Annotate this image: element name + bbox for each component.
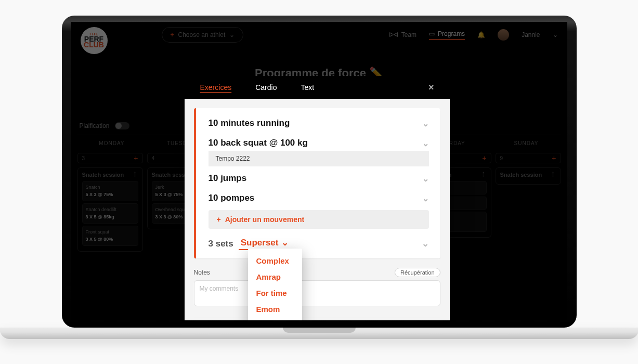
day-number: 9 xyxy=(500,155,503,161)
session-card[interactable]: Snatch session ⋮ xyxy=(496,167,561,185)
exercise-value: 3 X 5 @ 80% xyxy=(86,237,113,242)
exercise-title: 10 minutes running xyxy=(209,118,290,128)
add-movement-label: Ajouter un mouvement xyxy=(225,215,304,224)
modal-actions: 🗑 Delete 💾 Save xyxy=(194,318,440,320)
exercise-title: 10 pompes xyxy=(209,193,255,203)
calendar-icon: ▭ xyxy=(429,30,435,37)
add-session-icon[interactable]: + xyxy=(482,154,486,162)
modal-tabs: Exercices Cardio Text × xyxy=(185,76,450,99)
day-column: 9 + Snatch session ⋮ xyxy=(496,153,561,252)
add-movement-button[interactable]: + Ajouter un mouvement xyxy=(209,210,429,229)
day-number: 3 xyxy=(82,155,85,161)
exercise-row[interactable]: 10 pompes ⌄ xyxy=(209,188,429,208)
tab-text[interactable]: Text xyxy=(301,83,314,92)
sets-type-label: Superset xyxy=(241,238,279,248)
athlete-select-label: Choose an athlet xyxy=(178,31,226,38)
chevron-down-icon: ⌄ xyxy=(422,119,429,128)
day-header: 3 + xyxy=(77,153,143,163)
athlete-select[interactable]: + Choose an athlet ⌄ xyxy=(162,27,244,43)
add-session-icon[interactable]: + xyxy=(552,154,556,162)
exercise-name: Front squat xyxy=(86,229,135,236)
exercise-title: 10 jumps xyxy=(209,173,247,184)
chevron-down-icon: ⌄ xyxy=(229,31,235,38)
plus-icon: + xyxy=(171,31,174,38)
session-card[interactable]: Snatch session ⋮ Snatch 5 X 3 @ 75% Snat… xyxy=(77,167,143,252)
exercise-tile[interactable]: Snatch 5 X 3 @ 75% xyxy=(82,181,138,201)
dropdown-option[interactable]: Complex xyxy=(248,253,302,269)
tempo-chip[interactable]: Tempo 2222 xyxy=(209,151,429,166)
exercise-name: Snatch xyxy=(86,184,135,191)
tab-cardio[interactable]: Cardio xyxy=(255,83,277,92)
chevron-down-icon: ⌄ xyxy=(422,193,429,203)
top-nav: ᐅᐊ Team ▭ Programs 🔔 Jannie ⌄ xyxy=(389,29,558,41)
dropdown-option[interactable]: Amrap xyxy=(248,269,302,285)
chevron-down-icon: ⌄ xyxy=(422,138,429,148)
exercise-row[interactable]: 10 jumps ⌄ xyxy=(209,168,429,188)
nav-programs-label: Programs xyxy=(438,30,465,37)
nav-team-label: Team xyxy=(401,31,416,38)
exercise-value: 3 X 3 @ 80% xyxy=(155,214,183,219)
session-title: Snatch session xyxy=(500,172,542,178)
app-screen: THE PERF CLUB + Choose an athlet ⌄ ᐅᐊ Te… xyxy=(71,22,567,320)
laptop-bezel: THE PERF CLUB + Choose an athlet ⌄ ᐅᐊ Te… xyxy=(62,16,577,328)
exercise-name: Snatch deadlift xyxy=(86,206,135,214)
notes-area: Notes Récupération xyxy=(194,268,440,308)
exercise-tile[interactable]: Snatch deadlift 3 X 5 @ 85kg xyxy=(82,203,138,224)
exercises-panel: 10 minutes running ⌄ 10 back squat @ 100… xyxy=(194,108,440,258)
exercise-modal: Exercices Cardio Text × 10 minutes runni… xyxy=(185,76,450,320)
chevron-down-icon: ⌄ xyxy=(422,238,429,249)
day-label: SUNDAY xyxy=(492,140,561,146)
dropdown-option[interactable]: Emom xyxy=(248,301,302,317)
team-icon: ᐅᐊ xyxy=(389,31,398,38)
exercise-tile[interactable]: Front squat 3 X 5 @ 80% xyxy=(82,226,138,246)
nav-programs[interactable]: ▭ Programs xyxy=(429,30,465,40)
avatar[interactable] xyxy=(498,29,509,41)
day-label: MONDAY xyxy=(77,140,147,146)
laptop-mock: THE PERF CLUB + Choose an athlet ⌄ ᐅᐊ Te… xyxy=(62,16,577,348)
more-icon[interactable]: ⋮ xyxy=(132,171,138,178)
exercise-value: 3 X 5 @ 85kg xyxy=(86,214,114,219)
more-icon[interactable]: ⋮ xyxy=(480,171,487,178)
sets-type-dropdown: Complex Amrap For time Emom Tabata xyxy=(248,249,302,320)
session-title: Snatch session xyxy=(82,172,124,178)
exercise-value: 5 X 3 @ 75% xyxy=(86,192,113,197)
tab-exercices[interactable]: Exercices xyxy=(200,83,232,92)
chevron-down-icon: ⌄ xyxy=(422,174,429,184)
dropdown-option[interactable]: Tabata xyxy=(248,317,302,320)
planification-toggle[interactable] xyxy=(115,122,129,129)
dropdown-option[interactable]: For time xyxy=(248,285,302,301)
chevron-down-icon: ⌄ xyxy=(553,31,558,38)
chevron-down-icon: ⌄ xyxy=(281,237,289,248)
laptop-base xyxy=(0,328,638,339)
exercise-value: 5 X 3 @ 75% xyxy=(155,192,183,197)
close-icon[interactable]: × xyxy=(428,82,434,93)
more-icon[interactable]: ⋮ xyxy=(550,171,556,178)
top-bar: THE PERF CLUB + Choose an athlet ⌄ ᐅᐊ Te… xyxy=(71,22,567,48)
user-name[interactable]: Jannie xyxy=(522,31,540,38)
exercise-title: 10 back squat @ 100 kg xyxy=(209,138,308,148)
day-number: 4 xyxy=(152,155,155,161)
add-session-icon[interactable]: + xyxy=(134,154,138,162)
nav-team[interactable]: ᐅᐊ Team xyxy=(389,31,416,38)
bell-icon[interactable]: 🔔 xyxy=(477,31,485,38)
sets-label: 3 sets xyxy=(209,239,233,249)
plus-icon: + xyxy=(217,215,221,224)
day-column: 3 + Snatch session ⋮ Snatch 5 X 3 @ 75% xyxy=(77,153,143,252)
sets-row: 3 sets Superset ⌄ ⌄ xyxy=(209,233,429,251)
exercise-row[interactable]: 10 minutes running ⌄ xyxy=(209,113,429,133)
recuperation-pill[interactable]: Récupération xyxy=(395,268,440,277)
planification-label: Plaification xyxy=(80,122,110,129)
notes-label: Notes xyxy=(194,269,210,276)
notes-input[interactable] xyxy=(194,280,440,306)
day-header: 9 + xyxy=(496,153,561,163)
exercise-row[interactable]: 10 back squat @ 100 kg ⌄ xyxy=(209,133,429,153)
logo: THE PERF CLUB xyxy=(81,27,108,54)
